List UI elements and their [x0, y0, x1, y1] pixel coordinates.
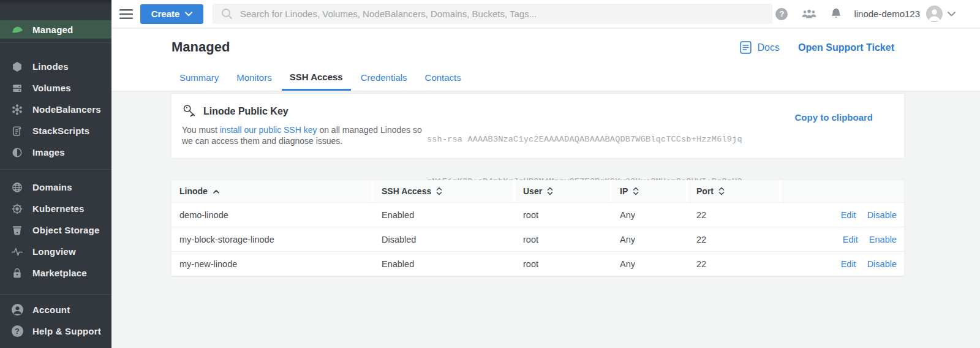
column-header-port[interactable]: Port	[688, 180, 779, 202]
bell-icon	[831, 7, 842, 20]
cell-port: 22	[688, 235, 782, 244]
help-support-icon: ?	[10, 325, 24, 337]
sidebar-item-object-storage[interactable]: Object Storage	[0, 219, 111, 241]
cell-ip: Any	[612, 235, 688, 244]
sidebar: Managed Linodes Volumes	[0, 0, 111, 348]
table-row: my-new-linode Enabled root Any 22 Edit D…	[172, 251, 904, 276]
cell-ssh-access: Disabled	[374, 235, 515, 244]
tab-contacts[interactable]: Contacts	[417, 66, 469, 91]
username[interactable]: linode-demo123	[854, 9, 920, 19]
tabs: Summary Monitors SSH Access Credentials …	[172, 66, 471, 91]
sort-icon	[718, 187, 725, 195]
docs-label: Docs	[757, 42, 779, 53]
table-row: my-block-storage-linode Disabled root An…	[172, 227, 904, 251]
column-header-user[interactable]: User	[515, 180, 609, 202]
content: Linode Public Key You must install our p…	[111, 91, 980, 348]
toggle-link[interactable]: Enable	[869, 235, 897, 244]
cell-linode: demo-linode	[172, 210, 374, 220]
sidebar-item-stackscripts[interactable]: StackScripts	[0, 120, 111, 142]
cell-port: 22	[688, 210, 782, 220]
chevron-down-icon	[948, 12, 956, 17]
edit-link[interactable]: Edit	[841, 210, 856, 220]
cell-linode: my-block-storage-linode	[172, 235, 374, 244]
topbar: Create ?	[111, 0, 980, 28]
cell-ssh-access: Enabled	[374, 259, 515, 269]
docs-link[interactable]: Docs	[740, 41, 779, 54]
sidebar-divider	[0, 42, 111, 43]
help-button[interactable]: ?	[775, 8, 788, 20]
sidebar-item-label: Help & Support	[32, 326, 101, 336]
ssh-access-table: Linode SSH Access User IP	[172, 180, 904, 276]
install-ssh-key-link[interactable]: install our public SSH key	[220, 125, 317, 135]
toggle-link[interactable]: Disable	[867, 259, 897, 269]
sidebar-item-images[interactable]: Images	[0, 142, 111, 163]
cell-actions: Edit Disable	[782, 210, 904, 220]
cell-actions: Edit Enable	[782, 235, 904, 244]
column-header-ip[interactable]: IP	[612, 180, 686, 202]
sidebar-divider	[0, 169, 111, 170]
sidebar-item-label: Account	[32, 304, 70, 315]
sort-icon	[547, 187, 553, 195]
tab-ssh-access[interactable]: SSH Access	[282, 66, 351, 91]
create-button[interactable]: Create	[140, 4, 203, 24]
column-header-linode[interactable]: Linode	[172, 180, 371, 202]
copy-to-clipboard-button[interactable]: Copy to clipboard	[795, 112, 873, 123]
images-icon	[10, 146, 24, 159]
sidebar-item-label: Kubernetes	[32, 203, 85, 214]
tab-summary[interactable]: Summary	[172, 66, 227, 91]
column-header-actions	[782, 180, 904, 202]
sidebar-item-label: StackScripts	[32, 126, 89, 136]
sidebar-divider	[0, 294, 111, 295]
cell-user: root	[515, 235, 612, 244]
create-button-label: Create	[151, 9, 180, 19]
cell-ssh-access: Enabled	[374, 210, 515, 220]
managed-icon	[10, 24, 24, 35]
sidebar-item-label: Managed	[32, 25, 73, 35]
notifications-button[interactable]	[831, 7, 842, 20]
table-header-row: Linode SSH Access User IP	[172, 180, 904, 202]
avatar[interactable]	[926, 6, 943, 22]
sidebar-item-help-support[interactable]: ? Help & Support	[0, 320, 111, 342]
kubernetes-icon	[10, 203, 24, 215]
search-input[interactable]	[240, 9, 772, 19]
public-key-title: Linode Public Key	[203, 106, 288, 117]
sidebar-item-managed[interactable]: Managed	[0, 20, 111, 39]
docs-icon	[740, 41, 752, 54]
table-row: demo-linode Enabled root Any 22 Edit Dis…	[172, 202, 904, 227]
sort-asc-icon	[213, 189, 220, 194]
open-support-ticket-link[interactable]: Open Support Ticket	[798, 42, 894, 53]
user-menu-chevron[interactable]	[948, 12, 956, 17]
nodebalancers-icon	[10, 104, 24, 116]
public-key-description: You must install our public SSH key on a…	[182, 124, 422, 146]
community-button[interactable]	[801, 9, 817, 20]
community-icon	[801, 9, 817, 20]
tab-credentials[interactable]: Credentials	[353, 66, 415, 91]
cell-actions: Edit Disable	[782, 259, 904, 269]
sidebar-item-account[interactable]: Account	[0, 299, 111, 320]
sort-icon	[436, 187, 442, 195]
sidebar-item-nodebalancers[interactable]: NodeBalancers	[0, 99, 111, 120]
sidebar-item-label: Images	[32, 147, 65, 157]
sidebar-item-domains[interactable]: Domains	[0, 176, 111, 198]
edit-link[interactable]: Edit	[843, 235, 858, 244]
cell-ip: Any	[612, 259, 688, 269]
marketplace-icon	[10, 267, 24, 279]
cell-user: root	[515, 210, 612, 220]
key-line: ssh-rsa AAAAB3NzaC1yc2EAAAADAQABAAABAQDB…	[427, 132, 742, 146]
sidebar-item-linodes[interactable]: Linodes	[0, 56, 111, 77]
sort-icon	[633, 187, 639, 195]
menu-button[interactable]	[119, 9, 133, 19]
key-icon	[182, 104, 197, 119]
stackscripts-icon	[10, 125, 24, 137]
sidebar-item-volumes[interactable]: Volumes	[0, 77, 111, 99]
sidebar-item-kubernetes[interactable]: Kubernetes	[0, 198, 111, 219]
cell-port: 22	[688, 259, 782, 269]
cell-ip: Any	[612, 210, 688, 220]
sidebar-item-marketplace[interactable]: Marketplace	[0, 262, 111, 284]
column-header-ssh-access[interactable]: SSH Access	[374, 180, 513, 202]
help-icon: ?	[775, 8, 788, 20]
toggle-link[interactable]: Disable	[867, 210, 897, 220]
sidebar-item-longview[interactable]: Longview	[0, 241, 111, 262]
edit-link[interactable]: Edit	[841, 259, 856, 269]
tab-monitors[interactable]: Monitors	[228, 66, 280, 91]
